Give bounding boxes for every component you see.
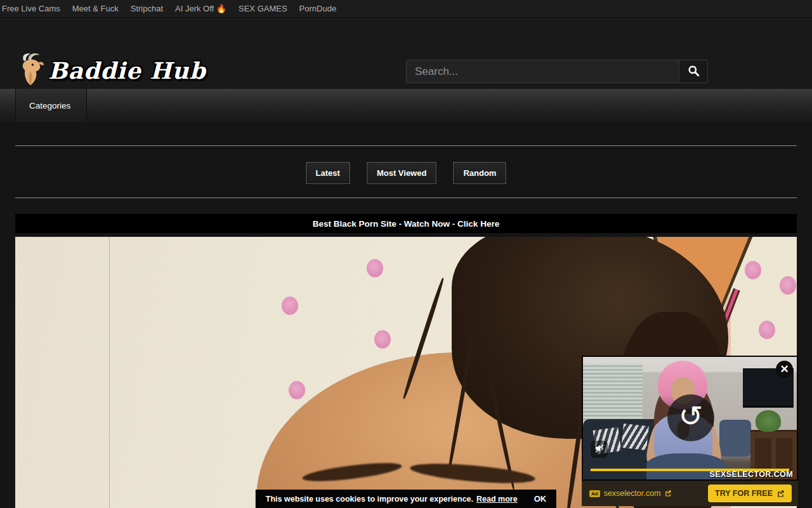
external-link-icon [776,490,785,498]
polka-dot-shape [282,297,298,315]
toplink-porndude[interactable]: PornDude [299,4,337,13]
polka-dot-shape [745,261,761,279]
ad-badge: Ad [589,490,600,497]
cta-label: TRY FOR FREE [715,489,773,498]
search-bar [406,60,708,83]
divider-bottom [15,197,797,198]
ad-close-button[interactable]: ✕ [776,361,793,378]
replay-icon: ↺ [679,401,704,431]
ad-brand-watermark: SEXSELECTOR.COM [710,470,793,479]
search-button[interactable] [679,60,708,83]
promo-banner-text: Best Black Porn Site - Watch Now - Click… [313,219,499,229]
replay-button[interactable]: ↺ [667,394,714,441]
read-more-link[interactable]: Read more [476,495,518,504]
wall-seam-shape [109,237,110,508]
nav-item-categories[interactable]: Categories [15,89,87,122]
polka-dot-shape [780,276,796,295]
cookie-consent-bar: This website uses cookies to improve you… [256,490,556,508]
latest-button[interactable]: Latest [306,162,350,184]
promo-banner-link[interactable]: Best Black Porn Site - Watch Now - Click… [15,214,797,233]
ad-site-link[interactable]: Ad sexselector.com [589,489,672,498]
categories-label: Categories [29,101,70,110]
cookie-ok-button[interactable]: OK [534,494,547,504]
filter-buttons: Latest Most Viewed Random [0,162,812,184]
plant-shape [756,410,781,432]
armchair-shape [719,420,751,457]
mute-button[interactable] [591,441,608,458]
polka-dot-shape [367,259,383,277]
polka-dot-shape [374,330,391,349]
random-button[interactable]: Random [453,162,506,184]
site-logo[interactable]: Baddie Hub [14,51,206,90]
most-viewed-button[interactable]: Most Viewed [367,162,437,184]
cookie-message: This website uses cookies to improve you… [266,495,473,504]
polka-dot-shape [289,381,305,399]
video-ad-unit: ✕ ↺ SEXSELECTOR.COM Ad sexselector.com [582,356,798,506]
search-input[interactable] [406,60,679,83]
chevron-pillow-shape [621,424,649,450]
top-links-bar: Free Live Cams Meet & Fuck Stripchat AI … [0,0,812,18]
ad-footer: Ad sexselector.com TRY FOR FREE [582,481,798,506]
toplink-meet-and-fuck[interactable]: Meet & Fuck [72,4,119,13]
goat-logo-icon [14,51,47,90]
ad-site-label: sexselector.com [604,489,661,498]
divider-top [15,145,797,146]
logo-text: Baddie Hub [48,57,206,84]
toplink-free-live-cams[interactable]: Free Live Cams [2,4,60,13]
site-header: Baddie Hub [0,18,812,89]
external-link-icon [664,490,672,497]
close-icon: ✕ [780,363,789,376]
ad-video-player[interactable]: ✕ ↺ SEXSELECTOR.COM [582,356,798,481]
magnifier-icon [688,65,700,79]
try-for-free-button[interactable]: TRY FOR FREE [708,485,792,502]
polka-dot-shape [759,321,775,339]
toplink-stripchat[interactable]: Stripchat [131,4,163,13]
muted-speaker-icon [594,443,605,457]
toplink-sex-games[interactable]: SEX GAMES [239,4,287,13]
toplink-ai-jerk-off[interactable]: AI Jerk Off 🔥 [175,4,226,13]
main-nav: Categories [0,89,812,122]
